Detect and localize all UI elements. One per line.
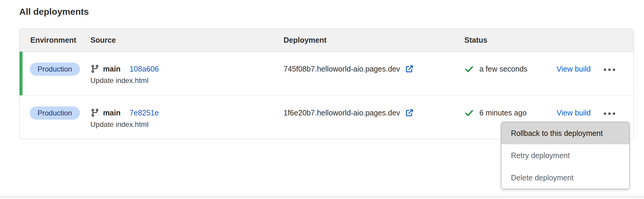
commit-link[interactable]: 7e8251e <box>129 108 159 118</box>
bottom-divider <box>0 197 644 197</box>
table-header: Environment Source Deployment Status <box>20 29 633 52</box>
environment-badge: Production <box>30 63 80 76</box>
view-build-link[interactable]: View build <box>557 65 591 73</box>
check-icon <box>464 108 474 118</box>
git-branch-icon <box>90 108 99 117</box>
git-branch-icon <box>90 64 99 73</box>
header-environment: Environment <box>20 36 90 44</box>
commit-message: Update index.html <box>90 120 284 129</box>
status-time: a few seconds <box>479 64 527 74</box>
menu-item-retry[interactable]: Retry deployment <box>501 144 629 167</box>
status-time: 6 minutes ago <box>479 108 527 118</box>
external-link-icon[interactable] <box>405 108 414 117</box>
header-deployment: Deployment <box>284 36 464 44</box>
external-link-icon[interactable] <box>405 64 414 73</box>
context-menu: Rollback to this deployment Retry deploy… <box>501 122 630 189</box>
more-actions-button[interactable] <box>604 69 615 71</box>
commit-link[interactable]: 108a606 <box>129 64 159 74</box>
commit-message: Update index.html <box>90 76 284 85</box>
environment-badge: Production <box>30 106 80 120</box>
branch-name: main <box>103 108 120 118</box>
ellipsis-icon <box>604 69 606 71</box>
table-row: Production main 108a606 Update index.htm… <box>20 52 633 95</box>
deployment-url: 1f6e20b7.helloworld-aio.pages.dev <box>284 108 400 118</box>
more-actions-button[interactable] <box>604 112 615 115</box>
ellipsis-icon <box>604 112 606 115</box>
current-deployment-indicator <box>20 52 23 95</box>
header-status: Status <box>464 36 557 44</box>
deployment-url: 745f08b7.helloworld-aio.pages.dev <box>284 64 400 74</box>
view-build-link[interactable]: View build <box>557 109 591 117</box>
header-source: Source <box>90 36 284 44</box>
branch-name: main <box>103 64 120 74</box>
menu-item-delete[interactable]: Delete deployment <box>501 167 629 189</box>
menu-item-rollback[interactable]: Rollback to this deployment <box>501 122 629 144</box>
check-icon <box>464 64 474 74</box>
page-title: All deployments <box>19 7 89 17</box>
